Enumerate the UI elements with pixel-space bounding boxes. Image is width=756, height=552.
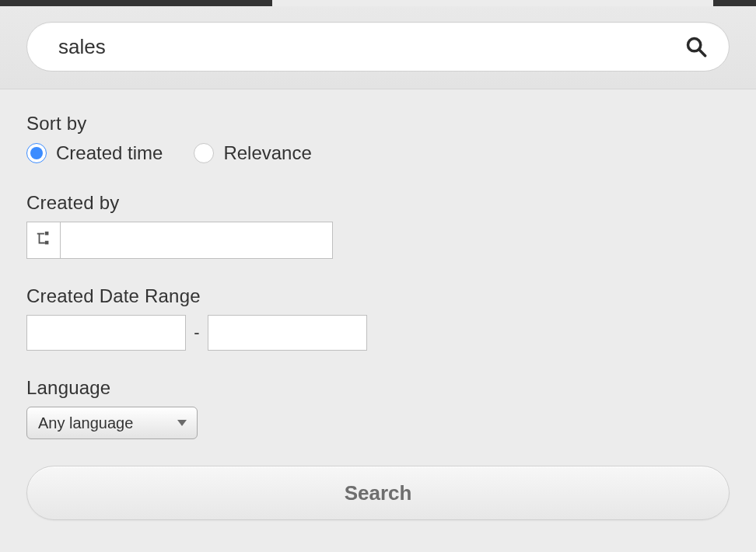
language-select-wrap: Any language <box>26 407 198 439</box>
date-range-row: - <box>26 315 730 351</box>
svg-line-1 <box>699 50 705 56</box>
search-icon[interactable] <box>685 36 707 58</box>
search-bar <box>26 22 730 72</box>
language-select[interactable]: Any language <box>26 407 198 439</box>
created-date-range-label: Created Date Range <box>26 285 730 307</box>
language-label: Language <box>26 377 730 399</box>
sort-by-label: Sort by <box>26 113 730 135</box>
radio-icon <box>194 143 214 163</box>
language-select-value: Any language <box>38 414 133 432</box>
top-tab-strip <box>0 0 756 6</box>
advanced-search-form: Sort by Created time Relevance Created b… <box>0 89 756 547</box>
search-button-label: Search <box>345 481 412 505</box>
radio-icon <box>26 143 47 163</box>
radio-label-created-time: Created time <box>56 142 163 164</box>
svg-rect-2 <box>45 232 49 236</box>
search-bar-container <box>0 6 756 89</box>
sort-radio-relevance[interactable]: Relevance <box>194 142 311 164</box>
org-tree-picker-button[interactable] <box>26 222 61 259</box>
search-button[interactable]: Search <box>26 466 730 520</box>
created-by-row <box>26 222 730 259</box>
language-group: Language Any language <box>26 377 730 439</box>
created-date-range-group: Created Date Range - <box>26 285 730 351</box>
svg-rect-3 <box>45 241 49 245</box>
created-by-label: Created by <box>26 192 730 214</box>
date-to-input[interactable] <box>208 315 367 351</box>
tab-segment-active <box>272 0 713 6</box>
sort-radio-created-time[interactable]: Created time <box>26 142 163 164</box>
tab-segment-left <box>0 0 272 6</box>
radio-label-relevance: Relevance <box>223 142 311 164</box>
org-tree-icon <box>35 230 52 250</box>
created-by-group: Created by <box>26 192 730 259</box>
tab-segment-right <box>713 0 756 6</box>
date-from-input[interactable] <box>26 315 186 351</box>
date-range-separator: - <box>186 323 208 343</box>
created-by-input[interactable] <box>61 222 333 259</box>
sort-by-options: Created time Relevance <box>26 142 730 164</box>
search-input[interactable] <box>58 35 685 59</box>
